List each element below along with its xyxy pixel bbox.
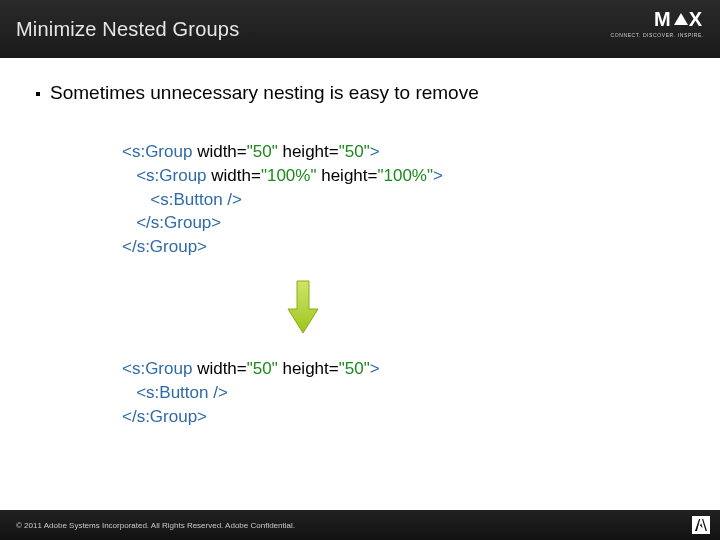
code-token-tag: <s:Group (122, 359, 192, 378)
max-letter-m: M (654, 8, 673, 30)
max-letter-x: X (689, 8, 704, 30)
slide-header: Minimize Nested Groups MX CONNECT. DISCO… (0, 0, 720, 58)
code-line: </s:Group> (122, 211, 684, 235)
code-token-tag: > (433, 166, 443, 185)
code-token-tag: <s:Button /> (150, 190, 242, 209)
code-token-attr: height= (278, 142, 339, 161)
code-line: </s:Group> (122, 405, 684, 429)
copyright-text: © 2011 Adobe Systems Incorporated. All R… (16, 521, 295, 530)
max-logo-sub: CONNECT. DISCOVER. INSPIRE. (611, 32, 704, 38)
code-token-tag: </s:Group> (122, 407, 207, 426)
code-after: <s:Group width="50" height="50"> <s:Butt… (122, 357, 684, 428)
code-line: <s:Button /> (122, 188, 684, 212)
code-token-attr: height= (316, 166, 377, 185)
code-token-val: "50" (247, 359, 278, 378)
code-token-tag: </s:Group> (122, 237, 207, 256)
slide: Minimize Nested Groups MX CONNECT. DISCO… (0, 0, 720, 540)
adobe-logo-icon (692, 516, 710, 534)
slide-body: Sometimes unnecessary nesting is easy to… (0, 58, 720, 428)
code-token-attr: height= (278, 359, 339, 378)
code-token-tag: </s:Group> (136, 213, 221, 232)
bullet-text: Sometimes unnecessary nesting is easy to… (50, 82, 479, 104)
code-token-tag: <s:Group (136, 166, 206, 185)
max-triangle-icon (674, 13, 688, 25)
max-logo: MX CONNECT. DISCOVER. INSPIRE. (611, 8, 704, 38)
code-token-attr (122, 166, 136, 185)
code-token-attr: width= (207, 166, 261, 185)
max-logo-word: MX (654, 8, 704, 31)
code-line: <s:Group width="100%" height="100%"> (122, 164, 684, 188)
code-token-attr: width= (192, 359, 246, 378)
code-line: <s:Group width="50" height="50"> (122, 357, 684, 381)
code-line: </s:Group> (122, 235, 684, 259)
code-before: <s:Group width="50" height="50"> <s:Grou… (122, 140, 684, 259)
code-line: <s:Group width="50" height="50"> (122, 140, 684, 164)
code-token-val: "50" (339, 142, 370, 161)
code-token-tag: > (370, 142, 380, 161)
code-token-attr (122, 190, 150, 209)
bullet-item: Sometimes unnecessary nesting is easy to… (36, 82, 684, 104)
bullet-icon (36, 92, 40, 96)
code-token-attr (122, 383, 136, 402)
code-token-attr: width= (192, 142, 246, 161)
code-token-attr (122, 213, 136, 232)
code-token-val: "50" (339, 359, 370, 378)
code-token-tag: > (370, 359, 380, 378)
code-token-tag: <s:Button /> (136, 383, 228, 402)
code-token-val: "100%" (261, 166, 317, 185)
code-token-val: "50" (247, 142, 278, 161)
slide-title: Minimize Nested Groups (16, 18, 239, 41)
arrow-down-icon (286, 279, 684, 339)
slide-footer: © 2011 Adobe Systems Incorporated. All R… (0, 510, 720, 540)
code-token-val: "100%" (377, 166, 433, 185)
code-token-tag: <s:Group (122, 142, 192, 161)
code-line: <s:Button /> (122, 381, 684, 405)
